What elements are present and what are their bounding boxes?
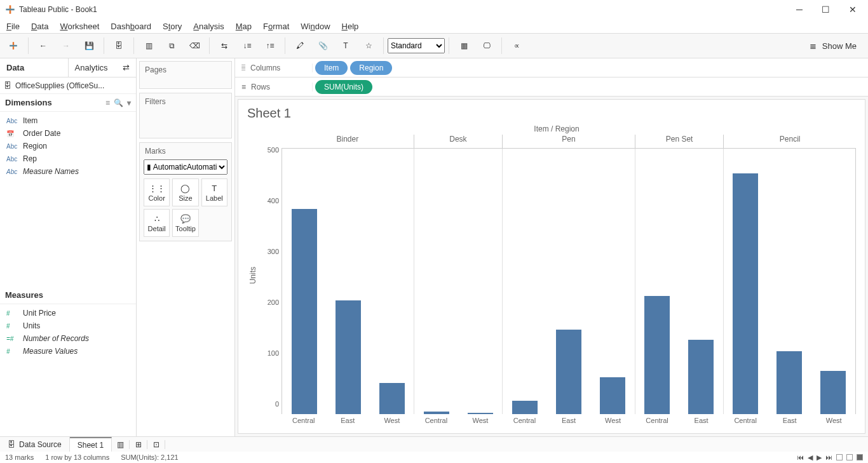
new-story-button[interactable]: ⊡ <box>147 440 165 449</box>
new-datasource-button[interactable]: 🗄 <box>108 36 130 56</box>
bar-desk-west[interactable] <box>468 413 493 414</box>
new-dashboard-button[interactable]: ⊞ <box>130 440 147 449</box>
menu-help[interactable]: Help <box>342 22 359 31</box>
region-label[interactable]: Central <box>723 414 768 427</box>
column-header-pen[interactable]: Pen <box>502 135 635 148</box>
region-label[interactable]: East <box>679 414 724 427</box>
bar-binder-central[interactable] <box>292 209 317 414</box>
bar-pen-west[interactable] <box>600 377 625 414</box>
nav-next-icon[interactable]: ▶ <box>817 453 822 462</box>
show-me-button[interactable]: ≣ Show Me <box>810 41 865 51</box>
menu-analysis[interactable]: Analysis <box>193 22 224 31</box>
list-view-icon[interactable] <box>846 454 853 460</box>
sheet1-tab[interactable]: Sheet 1 <box>70 437 112 452</box>
view-cards-button[interactable]: ▦ <box>453 36 475 56</box>
new-sheet-button[interactable]: ▥ <box>112 440 130 449</box>
undo-button[interactable]: ← <box>32 36 54 56</box>
save-button[interactable]: 💾 <box>78 36 100 56</box>
column-header-desk[interactable]: Desk <box>414 135 502 148</box>
marks-tooltip-button[interactable]: 💬Tooltip <box>172 209 198 237</box>
menu-window[interactable]: Window <box>301 22 330 31</box>
marks-color-button[interactable]: ⋮⋮Color <box>144 178 170 206</box>
tab-analytics[interactable]: Analytics⇄ <box>69 58 137 77</box>
filters-card[interactable]: Filters <box>139 93 232 138</box>
measure-unit-price[interactable]: #Unit Price <box>0 307 136 319</box>
menu-data[interactable]: Data <box>31 22 48 31</box>
tab-data[interactable]: Data <box>0 58 69 77</box>
bar-pen-set-east[interactable] <box>688 340 714 414</box>
marks-detail-button[interactable]: ∴Detail <box>144 209 170 237</box>
clear-button[interactable]: ⌫ <box>184 36 205 56</box>
pill-sumunits[interactable]: SUM(Units) <box>315 80 372 94</box>
measure-measure-values[interactable]: #Measure Values <box>0 345 136 358</box>
dimension-measure-names[interactable]: AbcMeasure Names <box>0 165 136 178</box>
region-label[interactable]: Central <box>281 414 326 427</box>
rows-shelf[interactable]: SUM(Units) <box>313 80 375 94</box>
column-header-pencil[interactable]: Pencil <box>723 135 856 148</box>
marks-size-button[interactable]: ◯Size <box>172 178 198 206</box>
duplicate-button[interactable]: ⧉ <box>161 36 182 56</box>
bar-pencil-central[interactable] <box>733 173 758 414</box>
region-label[interactable]: East <box>326 414 370 427</box>
datasource-item[interactable]: 🗄 OfficeSupplies (OfficeSu... <box>0 77 136 94</box>
bar-binder-east[interactable] <box>336 300 361 414</box>
region-label[interactable]: Central <box>503 414 547 427</box>
bar-pencil-west[interactable] <box>820 371 846 414</box>
column-header-binder[interactable]: Binder <box>281 135 414 148</box>
highlight-button[interactable]: 🖍 <box>289 36 311 56</box>
marks-type-dropdown[interactable]: ▮ AutomaticAutomatic <box>144 159 227 175</box>
region-label[interactable]: East <box>546 414 591 427</box>
pages-card[interactable]: Pages <box>139 61 232 89</box>
region-label[interactable]: West <box>591 414 635 427</box>
data-source-tab[interactable]: 🗄Data Source <box>0 437 70 452</box>
marks-label-button[interactable]: TLabel <box>201 178 227 206</box>
minimize-button[interactable]: ─ <box>796 4 803 15</box>
search-icon[interactable]: 🔍 <box>114 98 123 107</box>
nav-first-icon[interactable]: ⏮ <box>797 453 804 461</box>
dimension-item[interactable]: AbcItem <box>0 114 136 127</box>
dimension-region[interactable]: AbcRegion <box>0 140 136 152</box>
menu-format[interactable]: Format <box>263 22 289 31</box>
swap-button[interactable]: ⇆ <box>214 36 235 56</box>
bar-binder-west[interactable] <box>379 383 405 414</box>
group-button[interactable]: 📎 <box>312 36 334 56</box>
sort-desc-button[interactable]: ↑≡ <box>259 36 281 56</box>
menu-file[interactable]: File <box>6 22 20 31</box>
menu-dashboard[interactable]: Dashboard <box>111 22 151 31</box>
nav-last-icon[interactable]: ⏭ <box>825 453 832 461</box>
region-label[interactable]: West <box>370 414 414 427</box>
menu-map[interactable]: Map <box>236 22 252 31</box>
bar-pen-east[interactable] <box>556 330 581 414</box>
label-button[interactable]: T <box>335 36 356 56</box>
region-label[interactable]: East <box>768 414 812 427</box>
presentation-button[interactable]: 🖵 <box>476 36 498 56</box>
redo-button[interactable]: → <box>55 36 77 56</box>
fit-dropdown[interactable]: Standard <box>388 38 445 53</box>
new-worksheet-button[interactable]: ▥ <box>138 36 159 56</box>
pin-button[interactable]: ☆ <box>358 36 379 56</box>
share-button[interactable]: ∝ <box>506 36 527 56</box>
close-button[interactable]: ✕ <box>849 4 857 15</box>
region-label[interactable]: West <box>811 414 856 427</box>
filmstrip-icon[interactable] <box>857 454 863 460</box>
menu-worksheet[interactable]: Worksheet <box>60 22 99 31</box>
pill-item[interactable]: Item <box>315 61 348 75</box>
bar-pen-set-central[interactable] <box>644 296 670 414</box>
bar-pencil-east[interactable] <box>776 351 802 414</box>
region-label[interactable]: Central <box>414 414 459 427</box>
columns-shelf[interactable]: ItemRegion <box>313 61 395 75</box>
nav-prev-icon[interactable]: ◀ <box>808 453 813 462</box>
pill-region[interactable]: Region <box>350 61 392 75</box>
view-list-icon[interactable]: ≡ <box>105 98 110 107</box>
region-label[interactable]: West <box>458 414 503 427</box>
measure-number-of-records[interactable]: =#Number of Records <box>0 332 136 345</box>
bar-desk-central[interactable] <box>424 412 449 414</box>
tableau-home-button[interactable] <box>3 36 24 56</box>
measure-units[interactable]: #Units <box>0 319 136 332</box>
menu-dropdown-icon[interactable]: ▾ <box>127 98 131 107</box>
bar-pen-central[interactable] <box>512 401 538 414</box>
maximize-button[interactable]: ☐ <box>822 4 830 15</box>
menu-story[interactable]: Story <box>163 22 182 31</box>
region-label[interactable]: Central <box>635 414 679 427</box>
dimension-order-date[interactable]: 📅Order Date <box>0 127 136 140</box>
